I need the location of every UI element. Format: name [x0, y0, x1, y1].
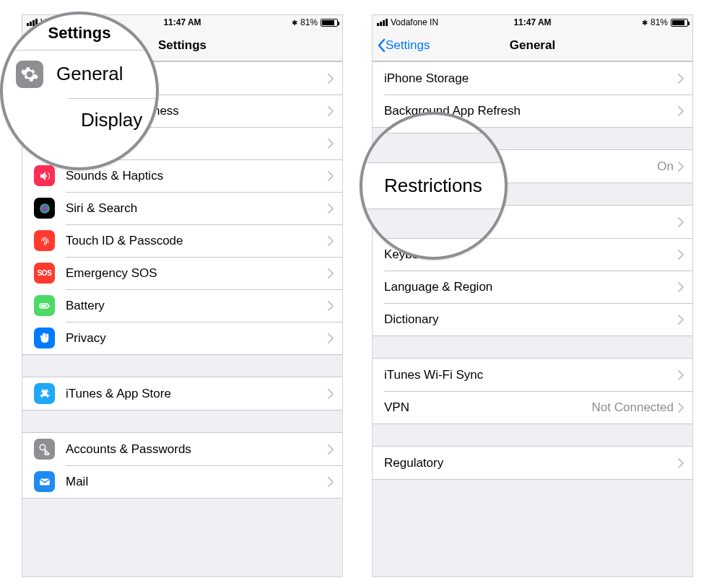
- mail-icon: [34, 471, 55, 492]
- settings-row-sos[interactable]: SOSEmergency SOS: [22, 257, 342, 289]
- row-label: Privacy: [66, 331, 328, 346]
- chevron-right-icon: [678, 250, 684, 260]
- row-label: Accounts & Passwords: [66, 442, 328, 457]
- chevron-right-icon: [328, 389, 334, 399]
- status-bar: Vodafone IN 11:47 AM ✱ 81%: [373, 15, 692, 30]
- row-label: Language & Region: [384, 280, 678, 294]
- touchid-icon: [34, 230, 55, 251]
- battery-pct: 81%: [300, 17, 318, 27]
- mag-stripe: [362, 209, 505, 239]
- row-label: iPhone Storage: [384, 71, 678, 86]
- bluetooth-icon: ✱: [642, 19, 648, 27]
- nav-back-button[interactable]: Settings: [373, 38, 430, 53]
- row-label: Emergency SOS: [66, 266, 328, 281]
- general-row-dictionary[interactable]: Dictionary: [373, 303, 692, 335]
- settings-row-touchid[interactable]: Touch ID & Passcode: [22, 224, 342, 257]
- chevron-right-icon: [678, 74, 684, 84]
- chevron-right-icon: [328, 203, 334, 214]
- general-row-vpn[interactable]: VPNNot Connected: [373, 391, 692, 424]
- chevron-right-icon: [678, 458, 684, 468]
- general-row-itunes-sync[interactable]: iTunes Wi-Fi Sync: [373, 359, 692, 391]
- battery-icon: [34, 295, 55, 316]
- gear-icon: [16, 61, 43, 88]
- chevron-right-icon: [678, 403, 684, 413]
- chevron-right-icon: [328, 444, 334, 455]
- chevron-right-icon: [328, 268, 334, 278]
- mag-row-display: Display: [68, 98, 156, 141]
- siri-icon: [34, 198, 55, 219]
- svg-point-10: [40, 203, 50, 214]
- mag-label: Display: [81, 109, 142, 131]
- row-label: Battery: [66, 299, 328, 313]
- chevron-right-icon: [328, 333, 334, 343]
- row-label: Dictionary: [384, 312, 678, 327]
- chevron-right-icon: [678, 282, 684, 292]
- settings-row-siri[interactable]: Siri & Search: [22, 192, 342, 224]
- chevron-right-icon: [328, 171, 334, 181]
- settings-row-mail[interactable]: Mail: [22, 465, 342, 498]
- magnifier-general: Settings General Display: [0, 12, 159, 170]
- bluetooth-icon: ✱: [292, 19, 297, 27]
- group-spacer: [22, 411, 342, 432]
- mag-stripe: [362, 133, 505, 163]
- mag-row-general: General: [3, 51, 156, 98]
- chevron-right-icon: [328, 139, 334, 149]
- status-time: 11:47 AM: [163, 17, 201, 27]
- carrier-label: Vodafone IN: [391, 17, 438, 27]
- mag-label: Restrictions: [384, 175, 482, 197]
- signal-icon: [377, 19, 388, 26]
- sos-icon: SOS: [34, 263, 55, 284]
- chevron-right-icon: [328, 74, 334, 84]
- chevron-right-icon: [678, 315, 684, 325]
- settings-row-itunes[interactable]: iTunes & App Store: [22, 377, 342, 410]
- settings-row-accounts[interactable]: Accounts & Passwords: [22, 433, 342, 465]
- row-value: Not Connected: [592, 400, 674, 415]
- chevron-right-icon: [678, 106, 684, 116]
- chevron-left-icon: [377, 38, 386, 53]
- chevron-right-icon: [678, 370, 684, 380]
- group-spacer: [22, 355, 342, 377]
- nav-bar: Settings General: [373, 30, 692, 61]
- row-label: iTunes Wi-Fi Sync: [384, 368, 678, 382]
- group-spacer: [373, 424, 692, 446]
- chevron-right-icon: [328, 301, 334, 311]
- general-row-iphone-storage[interactable]: iPhone Storage: [373, 62, 692, 95]
- nav-title: General: [510, 38, 555, 53]
- svg-rect-13: [40, 304, 46, 307]
- row-label: iTunes & App Store: [66, 387, 328, 401]
- group-spacer: [373, 336, 692, 358]
- nav-back-label: Settings: [386, 38, 430, 53]
- group-spacer: [373, 480, 692, 501]
- row-label: Regulatory: [384, 456, 678, 470]
- privacy-icon: [34, 328, 55, 348]
- magnifier-restrictions: Restrictions: [360, 112, 508, 260]
- row-label: VPN: [384, 400, 592, 415]
- general-row-regulatory[interactable]: Regulatory: [373, 447, 692, 479]
- chevron-right-icon: [328, 106, 334, 116]
- general-row-langregion[interactable]: Language & Region: [373, 271, 692, 303]
- phone-general: Vodafone IN 11:47 AM ✱ 81% Settings Gene…: [372, 14, 693, 577]
- row-label: Mail: [66, 475, 328, 489]
- chevron-right-icon: [678, 217, 684, 227]
- row-label: Siri & Search: [66, 201, 328, 216]
- status-time: 11:47 AM: [513, 17, 551, 27]
- battery-pct: 81%: [651, 17, 668, 27]
- battery-icon: [671, 19, 688, 27]
- mag-row-restrictions: Restrictions: [362, 163, 505, 209]
- settings-row-battery[interactable]: Battery: [22, 289, 342, 322]
- settings-row-privacy[interactable]: Privacy: [22, 322, 342, 354]
- svg-rect-12: [48, 304, 50, 307]
- chevron-right-icon: [328, 477, 334, 487]
- row-value: On: [657, 159, 674, 174]
- battery-icon: [321, 19, 338, 27]
- chevron-right-icon: [678, 162, 684, 172]
- mag-label: General: [56, 63, 123, 85]
- sounds-icon: [34, 165, 55, 186]
- nav-title: Settings: [158, 38, 206, 53]
- row-label: Touch ID & Passcode: [66, 234, 328, 248]
- chevron-right-icon: [328, 236, 334, 246]
- accounts-icon: [34, 439, 55, 460]
- row-label: Sounds & Haptics: [66, 169, 328, 183]
- itunes-icon: [34, 383, 55, 404]
